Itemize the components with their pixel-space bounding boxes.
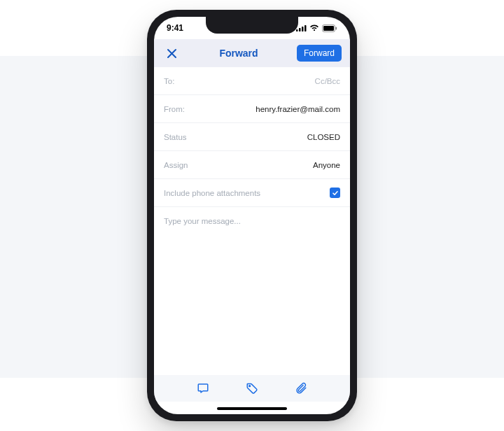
assign-label: Assign <box>164 161 188 169</box>
to-label: To: <box>164 77 174 85</box>
ccbcc-toggle[interactable]: Cc/Bcc <box>315 77 340 85</box>
svg-rect-1 <box>299 28 301 31</box>
nav-title: Forward <box>219 48 258 59</box>
close-icon <box>167 48 177 59</box>
from-row[interactable]: From: henry.frazier@mail.com <box>154 95 350 123</box>
close-button[interactable] <box>162 44 181 62</box>
svg-rect-0 <box>296 29 298 31</box>
check-icon <box>332 190 339 197</box>
assign-row[interactable]: Assign Anyone <box>154 151 350 179</box>
phone-notch <box>206 17 298 34</box>
from-label: From: <box>164 105 185 113</box>
bottom-toolbar <box>154 375 350 402</box>
status-label: Status <box>164 133 187 141</box>
include-attachments-row[interactable]: Include phone attachments <box>154 179 350 207</box>
svg-rect-5 <box>323 26 334 31</box>
svg-rect-2 <box>302 27 304 31</box>
include-attachments-label: Include phone attachments <box>164 189 260 197</box>
form-content: To: Cc/Bcc From: henry.frazier@mail.com … <box>154 67 350 375</box>
svg-point-7 <box>249 386 251 387</box>
svg-rect-3 <box>304 25 307 31</box>
svg-rect-6 <box>336 27 337 29</box>
to-row[interactable]: To: Cc/Bcc <box>154 67 350 95</box>
battery-icon <box>322 24 337 32</box>
status-row[interactable]: Status CLOSED <box>154 123 350 151</box>
wifi-icon <box>309 24 319 31</box>
tag-button[interactable] <box>244 381 260 396</box>
forward-button[interactable]: Forward <box>297 45 342 62</box>
phone-frame: 9:41 <box>147 10 357 421</box>
home-indicator[interactable] <box>217 407 287 410</box>
paperclip-icon <box>295 382 307 395</box>
include-attachments-checkbox[interactable] <box>330 188 340 198</box>
nav-bar: Forward Forward <box>154 39 350 67</box>
assign-value: Anyone <box>313 161 340 169</box>
status-value: CLOSED <box>307 133 340 141</box>
status-time: 9:41 <box>167 23 183 33</box>
message-input[interactable]: Type your message... <box>154 207 350 235</box>
status-indicators <box>296 24 337 32</box>
chat-button[interactable] <box>195 381 211 396</box>
phone-screen: 9:41 <box>154 17 350 414</box>
chat-icon <box>197 382 209 395</box>
attachment-button[interactable] <box>293 381 309 396</box>
tag-icon <box>246 382 258 395</box>
from-value: henry.frazier@mail.com <box>255 105 340 113</box>
